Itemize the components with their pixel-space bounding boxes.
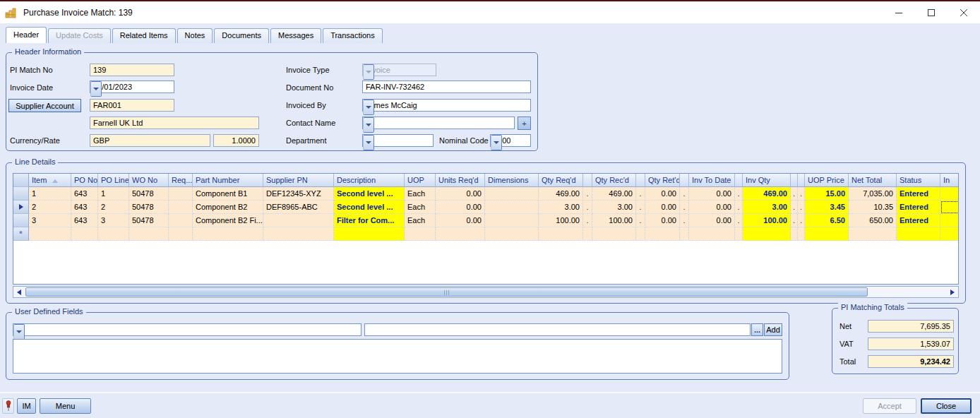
- grid-cell[interactable]: [735, 227, 743, 241]
- scroll-right-icon[interactable]: [947, 287, 958, 297]
- grid-cell[interactable]: 3.00: [743, 201, 791, 214]
- grid-cell[interactable]: [169, 227, 193, 241]
- tab-messages[interactable]: Messages: [270, 28, 321, 43]
- grid-cell[interactable]: [940, 201, 959, 214]
- column-header-spacer[interactable]: [791, 174, 798, 187]
- invoiced-by-dropdown-icon[interactable]: [363, 100, 374, 115]
- invoiced-by-field[interactable]: James McCaig: [362, 99, 531, 112]
- grid-cell[interactable]: Entered: [897, 214, 940, 227]
- grid-cell[interactable]: .: [735, 187, 743, 201]
- udf-ellipsis-button[interactable]: ...: [751, 323, 763, 336]
- grid-cell[interactable]: 650.00: [849, 214, 897, 227]
- column-header-spacer[interactable]: [735, 174, 743, 187]
- grid-cell[interactable]: 469.00: [592, 187, 636, 201]
- row-selector[interactable]: *: [13, 227, 29, 241]
- department-field[interactable]: [362, 134, 434, 147]
- grid-cell[interactable]: [485, 214, 539, 227]
- invoice-date-dropdown-icon[interactable]: [90, 81, 102, 97]
- grid-cell[interactable]: [485, 227, 539, 241]
- grid-cell[interactable]: 50478: [129, 201, 169, 214]
- grid-cell[interactable]: [897, 227, 940, 241]
- grid-cell[interactable]: [436, 227, 485, 241]
- grid-cell[interactable]: 0.00: [436, 187, 485, 201]
- grid-cell[interactable]: .: [791, 201, 798, 214]
- grid-cell[interactable]: 0.00: [689, 214, 735, 227]
- grid-cell[interactable]: Component B2 Fi...: [193, 214, 263, 227]
- grid-cell[interactable]: 1: [98, 187, 129, 201]
- grid-cell[interactable]: [334, 227, 405, 241]
- grid-cell[interactable]: [689, 227, 735, 241]
- grid-cell[interactable]: Second level ...: [334, 201, 405, 214]
- grid-cell[interactable]: 0.00: [436, 201, 485, 214]
- tab-documents[interactable]: Documents: [214, 28, 269, 43]
- supplier-account-button[interactable]: Supplier Account: [8, 99, 81, 112]
- grid-cell[interactable]: Component B2: [193, 201, 263, 214]
- row-selector[interactable]: [13, 201, 29, 214]
- grid-cell[interactable]: .: [791, 187, 798, 201]
- column-header-req[interactable]: Req...: [169, 174, 193, 187]
- grid-cell[interactable]: 50478: [129, 187, 169, 201]
- tab-notes[interactable]: Notes: [177, 28, 213, 43]
- grid-cell[interactable]: 7,035.00: [849, 187, 897, 201]
- column-header-status[interactable]: Status: [897, 174, 940, 187]
- department-dropdown-icon[interactable]: [363, 135, 374, 150]
- grid-cell[interactable]: [169, 187, 193, 201]
- grid-cell[interactable]: 0.00: [645, 214, 680, 227]
- column-header-qty-ret-d[interactable]: Qty Ret'd: [645, 174, 680, 187]
- grid-cell[interactable]: 6.50: [805, 214, 849, 227]
- grid-cell[interactable]: 3.00: [592, 201, 636, 214]
- grid-cell[interactable]: [743, 227, 791, 241]
- tab-transactions[interactable]: Transactions: [323, 28, 383, 43]
- column-header-units-req-d[interactable]: Units Req'd: [436, 174, 485, 187]
- grid-cell[interactable]: [129, 227, 169, 241]
- grid-cell[interactable]: .: [798, 214, 805, 227]
- rate-field[interactable]: 1.0000: [213, 134, 259, 147]
- add-contact-button[interactable]: +: [518, 117, 531, 130]
- grid-cell[interactable]: [680, 227, 689, 241]
- grid-cell[interactable]: Second level ...: [334, 187, 405, 201]
- column-header-po-line[interactable]: PO Line: [98, 174, 129, 187]
- contact-name-dropdown-icon[interactable]: [363, 117, 374, 133]
- grid-cell[interactable]: 643: [71, 214, 98, 227]
- grid-cell[interactable]: 3.45: [805, 201, 849, 214]
- grid-cell[interactable]: .: [791, 214, 798, 227]
- grid-cell[interactable]: [485, 201, 539, 214]
- line-details-grid[interactable]: ItemPO NoPO LineWO NoReq...Part NumberSu…: [13, 173, 959, 285]
- grid-cell[interactable]: 3: [98, 214, 129, 227]
- grid-cell[interactable]: 10.35: [849, 201, 897, 214]
- grid-cell[interactable]: 643: [71, 201, 98, 214]
- column-header-description[interactable]: Description: [334, 174, 405, 187]
- column-header-po-no[interactable]: PO No: [71, 174, 98, 187]
- column-header-item[interactable]: Item: [29, 174, 71, 187]
- grid-cell[interactable]: 643: [71, 187, 98, 201]
- grid-cell[interactable]: Each: [405, 187, 436, 201]
- grid-cell[interactable]: 50478: [129, 214, 169, 227]
- tab-header[interactable]: Header: [6, 27, 47, 43]
- im-button[interactable]: IM: [17, 398, 36, 414]
- grid-cell[interactable]: 3.00: [539, 201, 583, 214]
- scrollbar-thumb[interactable]: [25, 287, 868, 297]
- grid-cell[interactable]: 100.00: [592, 214, 636, 227]
- grid-cell[interactable]: [98, 227, 129, 241]
- row-selector[interactable]: [13, 214, 29, 227]
- supplier-name-field[interactable]: Farnell UK Ltd: [90, 117, 259, 129]
- column-header-part-number[interactable]: Part Number: [193, 174, 263, 187]
- grid-cell[interactable]: .: [680, 214, 689, 227]
- pin-button[interactable]: [2, 398, 14, 414]
- grid-cell[interactable]: [583, 227, 592, 241]
- grid-cell[interactable]: Each: [405, 201, 436, 214]
- grid-cell[interactable]: [193, 227, 263, 241]
- grid-cell[interactable]: [169, 201, 193, 214]
- grid-cell[interactable]: [940, 214, 959, 227]
- grid-cell[interactable]: [636, 227, 645, 241]
- grid-cell[interactable]: .: [636, 201, 645, 214]
- grid-cell[interactable]: [592, 227, 636, 241]
- grid-cell[interactable]: .: [680, 187, 689, 201]
- grid-cell[interactable]: .: [798, 187, 805, 201]
- contact-name-field[interactable]: [362, 117, 515, 129]
- grid-cell[interactable]: 2: [98, 201, 129, 214]
- grid-cell[interactable]: [405, 227, 436, 241]
- column-header-qty-rec-d[interactable]: Qty Rec'd: [592, 174, 636, 187]
- grid-cell[interactable]: Entered: [897, 187, 940, 201]
- column-header-uop-price[interactable]: UOP Price: [805, 174, 849, 187]
